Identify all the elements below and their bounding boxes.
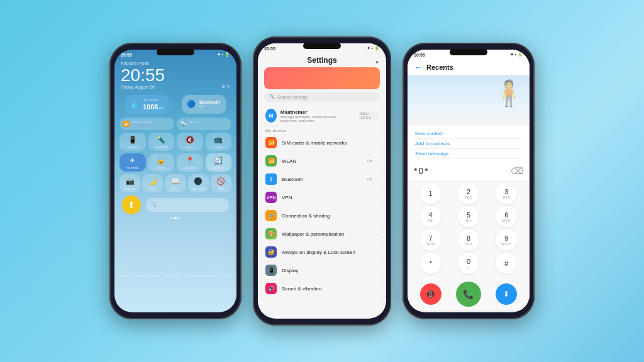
keypad-row-2: 4 GHI 5 JKL 6 MNO xyxy=(413,206,525,228)
dnd-control[interactable]: 🚫 DND xyxy=(211,174,231,192)
wlan-label: WLAN xyxy=(189,120,199,124)
screen-control[interactable]: 📺 Screen xyxy=(206,133,232,151)
data-usage-card[interactable]: 💧 0h Used ↑ 1008 MB xyxy=(125,95,169,114)
key-9[interactable]: 9 WXYZ xyxy=(496,229,517,251)
p1-date: Friday, August 06 ⚙ ✎ xyxy=(121,84,230,89)
bt-info: Bluetooth Off xyxy=(199,100,220,108)
flashlight-control[interactable]: 🔦 Flashlight xyxy=(148,133,175,151)
keypad-row-4: * 0 + # xyxy=(413,253,525,274)
settings-item-sim[interactable]: 📶 SIM cards & mobile networks › xyxy=(258,134,386,152)
settings-item-vpn[interactable]: VPN VPN › xyxy=(258,189,386,207)
key-6[interactable]: 6 MNO xyxy=(496,206,517,228)
status-time-2: 20:55 xyxy=(264,47,275,51)
p1-time: 20:55 xyxy=(121,67,230,84)
screen-icon: 📺 xyxy=(214,136,223,144)
wlan-card[interactable]: 📡 WLAN Off xyxy=(177,118,231,130)
airplane-control[interactable]: ✈ ne mode xyxy=(119,153,146,172)
search-icon: 🔍 xyxy=(151,202,157,207)
settings-item-sharing[interactable]: 🔗 Connection & sharing › xyxy=(258,207,386,225)
sound-arrow: › xyxy=(377,286,379,292)
back-button[interactable]: ← xyxy=(414,62,423,72)
key-2-num: 2 xyxy=(467,189,470,195)
settings-item-sound[interactable]: 🔊 Sound & vibration › xyxy=(258,280,386,298)
mobile-icon: 📶 xyxy=(123,121,130,127)
call-button[interactable]: 📞 xyxy=(456,282,481,307)
key-8[interactable]: 8 TUV xyxy=(458,229,479,251)
bluetooth-icon: 🔵 xyxy=(187,100,196,108)
key-3[interactable]: 3 DEF xyxy=(496,183,517,204)
scanner-control[interactable]: 📷 Scanner xyxy=(119,174,140,192)
mobile-data-card[interactable]: 📶 Mobile data not available xyxy=(119,118,174,130)
search-icon-2: 🔍 xyxy=(269,94,275,99)
wlan-status: Off xyxy=(189,124,199,128)
vpn-arrow: › xyxy=(377,195,379,200)
key-1[interactable]: 1 xyxy=(420,183,441,204)
dark-mode-control[interactable]: 🌑 Dark mode xyxy=(188,174,209,192)
mode-control[interactable]: 🌙 ade xyxy=(142,174,163,192)
account-item[interactable]: M Miuithemer Manage accounts, cloud serv… xyxy=(258,106,386,126)
mode-label: ade xyxy=(150,187,155,190)
p1-date-icons: ⚙ ✎ xyxy=(221,84,230,89)
p1-bottom-bar: ⬆ 🔍 xyxy=(122,195,229,214)
mode-icon: 🌙 xyxy=(148,177,157,185)
location-icon: 📍 xyxy=(186,156,194,165)
mobile-sub: not available xyxy=(131,124,151,128)
wlan-icon: 📡 xyxy=(180,121,187,127)
wlan-settings-icon: 📶 xyxy=(265,155,277,167)
sound-text: Sound & vibration xyxy=(282,286,372,292)
settings-item-lockscreen[interactable]: 🔐 Always-on display & Lock screen › xyxy=(258,243,386,261)
new-contact-link[interactable]: New contact xyxy=(415,129,522,139)
delete-button[interactable]: ⌫ xyxy=(511,166,523,176)
search-placeholder: Search settings xyxy=(277,95,308,99)
key-4[interactable]: 4 GHI xyxy=(420,206,441,228)
key-2[interactable]: 2 ABC xyxy=(458,183,479,204)
add-button[interactable]: ⬇ xyxy=(496,283,517,305)
key-0[interactable]: 0 + xyxy=(458,253,479,274)
end-call-button[interactable]: 📵 xyxy=(420,283,441,305)
key-star-num: * xyxy=(430,260,432,267)
status-time-3: 20:55 xyxy=(414,53,425,57)
location-control[interactable]: 📍 Location xyxy=(177,153,203,172)
vpn-text: VPN xyxy=(282,195,372,200)
rotate-control[interactable]: 🔄 Rotate off xyxy=(206,153,232,172)
add-to-contacts-link[interactable]: Add to contacts xyxy=(415,139,522,149)
settings-item-bluetooth[interactable]: ᛒ Bluetooth Off › xyxy=(258,170,386,189)
key-star[interactable]: * xyxy=(420,253,441,274)
bluetooth-card[interactable]: 🔵 Bluetooth Off xyxy=(182,95,226,114)
key-5[interactable]: 5 JKL xyxy=(458,206,479,228)
key-7[interactable]: 7 PQRS xyxy=(420,229,441,251)
reader-control[interactable]: 📖 Rea- xyxy=(165,174,186,192)
settings-item-wallpaper[interactable]: 🎨 Wallpaper & personalization › xyxy=(258,225,386,243)
share-label: Connection & sharing xyxy=(282,213,372,219)
account-sub: Manage accounts, cloud services, payment… xyxy=(280,115,355,123)
dnd-label: DND xyxy=(218,187,225,190)
send-message-link[interactable]: Send message xyxy=(415,149,522,159)
hero-figure: 🧍 xyxy=(493,79,525,108)
settings-item-wlan[interactable]: 📶 WLAN Off › xyxy=(258,152,386,170)
dialer-bottom-bar: 📵 📞 ⬇ xyxy=(408,278,530,310)
bluetooth-status: Off xyxy=(367,177,372,181)
settings-header: Settings • xyxy=(258,52,386,67)
bt-label: Bluetooth xyxy=(199,100,220,104)
dark-mode-label: Dark mode xyxy=(191,187,206,190)
wlan-status: Off xyxy=(367,159,372,163)
screen-label: Screen xyxy=(213,145,223,149)
mobile-label: Mobile data xyxy=(131,120,151,124)
status-bar-3: 20:55 ✦ ▪ 🔋 xyxy=(408,50,530,58)
data-unit: MB xyxy=(158,106,164,110)
settings-search[interactable]: 🔍 Search settings xyxy=(264,92,380,102)
account-badge: MIUI 12.5.5 xyxy=(358,111,379,120)
settings-item-display[interactable]: 📱 Display › xyxy=(258,261,386,280)
dnd-icon: 🚫 xyxy=(216,177,225,185)
rotate-icon: 🔄 xyxy=(214,156,223,165)
bt-status: Off xyxy=(199,104,220,108)
key-6-num: 6 xyxy=(504,212,508,219)
key-6-letters: MNO xyxy=(502,219,511,222)
lock-control[interactable]: 🔒 Lock s xyxy=(148,153,175,172)
key-hash[interactable]: # xyxy=(496,253,517,274)
home-button[interactable]: ⬆ xyxy=(122,195,141,214)
mute-control[interactable]: 🔇 Mute xyxy=(177,133,203,151)
settings-menu-dot[interactable]: • xyxy=(375,57,379,67)
vibrate-control[interactable]: 📳 Vibrate xyxy=(119,133,146,151)
p1-search-bar[interactable]: 🔍 xyxy=(146,198,229,212)
